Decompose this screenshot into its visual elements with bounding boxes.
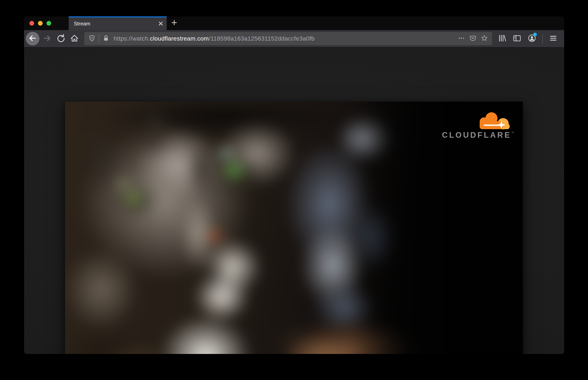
tab-close-button[interactable]: ✕ (155, 17, 167, 30)
hamburger-icon (549, 34, 558, 44)
address-bar[interactable]: https://watch.cloudflarestream.com/11859… (84, 32, 492, 45)
lock-icon (102, 35, 110, 43)
bookmark-star-button[interactable] (480, 34, 489, 43)
url-text[interactable]: https://watch.cloudflarestream.com/11859… (114, 35, 457, 42)
page-content: CLOUDFLARE™ (24, 48, 564, 354)
tab-bar: Stream ✕ + (24, 17, 564, 30)
window-controls (29, 21, 51, 26)
library-button[interactable] (496, 32, 508, 45)
account-button[interactable] (526, 32, 538, 45)
sidebar-icon (512, 34, 522, 44)
new-tab-button[interactable]: + (167, 17, 182, 30)
back-icon (28, 34, 37, 44)
tab-stream[interactable]: Stream ✕ (69, 17, 167, 30)
pocket-button[interactable] (468, 34, 478, 43)
urlbar-actions (457, 34, 489, 43)
account-notification-badge (533, 33, 537, 36)
pocket-icon (469, 35, 477, 43)
library-icon (497, 34, 507, 44)
close-window-button[interactable] (29, 21, 34, 26)
reload-icon (56, 34, 66, 44)
home-icon (70, 34, 79, 44)
connection-secure-button[interactable] (101, 34, 111, 43)
page-actions-button[interactable] (457, 34, 466, 43)
watermark-brand-text: CLOUDFLARE™ (442, 131, 511, 140)
tab-title: Stream (74, 21, 155, 27)
brand-name: CLOUDFLARE (442, 131, 511, 139)
trademark-symbol: ™ (511, 131, 514, 134)
url-scheme-subdomain: https://watch. (114, 35, 150, 42)
navigation-toolbar: https://watch.cloudflarestream.com/11859… (24, 30, 564, 48)
url-domain: cloudflarestream.com (150, 35, 209, 42)
toolbar-separator (542, 34, 543, 43)
dots-icon (458, 35, 465, 43)
forward-icon (42, 34, 52, 44)
cloudflare-cloud-icon (474, 110, 515, 132)
back-button[interactable] (26, 32, 39, 45)
video-player[interactable]: CLOUDFLARE™ (65, 102, 523, 354)
zoom-window-button[interactable] (47, 21, 51, 26)
home-button[interactable] (68, 32, 81, 45)
reload-button[interactable] (54, 32, 68, 45)
shield-icon (88, 35, 96, 43)
star-icon (481, 35, 488, 43)
minimize-window-button[interactable] (38, 21, 43, 26)
sidebar-button[interactable] (511, 32, 523, 45)
toolbar-right (496, 32, 559, 45)
urlbar-separator (99, 35, 99, 42)
forward-button[interactable] (40, 32, 54, 45)
menu-button[interactable] (547, 32, 559, 45)
screen: Stream ✕ + (0, 0, 588, 380)
url-path: /118598a163a125631152ddaccfe3a0fb (209, 35, 314, 42)
browser-window: Stream ✕ + (24, 17, 564, 354)
tracking-protection-button[interactable] (87, 34, 97, 43)
